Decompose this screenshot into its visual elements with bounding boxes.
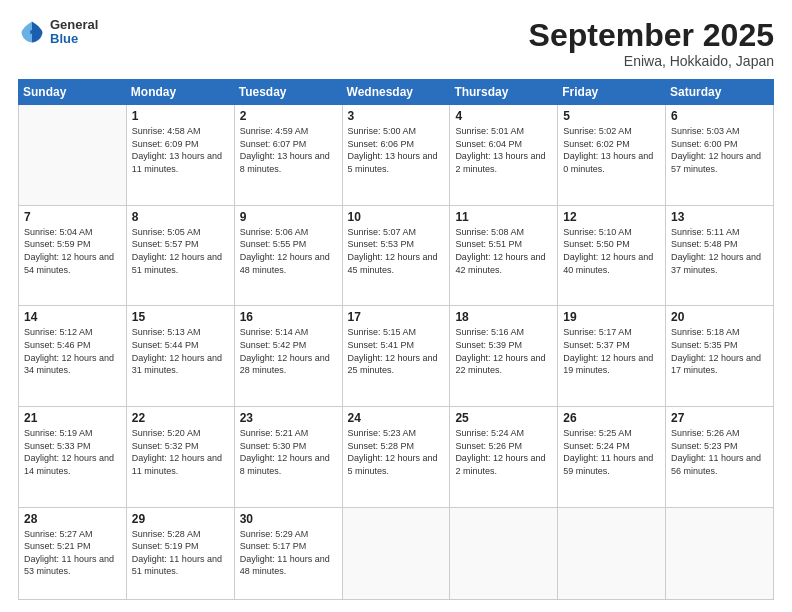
day-info: Sunrise: 5:23 AMSunset: 5:28 PMDaylight:… (348, 427, 445, 477)
day-number: 11 (455, 210, 552, 224)
day-number: 23 (240, 411, 337, 425)
weekday-header-tuesday: Tuesday (234, 80, 342, 105)
day-number: 15 (132, 310, 229, 324)
week-row-5: 28Sunrise: 5:27 AMSunset: 5:21 PMDayligh… (19, 507, 774, 600)
weekday-header-sunday: Sunday (19, 80, 127, 105)
calendar-cell: 2Sunrise: 4:59 AMSunset: 6:07 PMDaylight… (234, 105, 342, 206)
day-number: 29 (132, 512, 229, 526)
day-info: Sunrise: 5:04 AMSunset: 5:59 PMDaylight:… (24, 226, 121, 276)
logo-icon (18, 18, 46, 46)
calendar-cell (19, 105, 127, 206)
day-number: 5 (563, 109, 660, 123)
day-number: 24 (348, 411, 445, 425)
header: General Blue September 2025 Eniwa, Hokka… (18, 18, 774, 69)
calendar-cell: 15Sunrise: 5:13 AMSunset: 5:44 PMDayligh… (126, 306, 234, 407)
day-info: Sunrise: 5:08 AMSunset: 5:51 PMDaylight:… (455, 226, 552, 276)
day-number: 27 (671, 411, 768, 425)
page: General Blue September 2025 Eniwa, Hokka… (0, 0, 792, 612)
day-info: Sunrise: 5:19 AMSunset: 5:33 PMDaylight:… (24, 427, 121, 477)
day-number: 28 (24, 512, 121, 526)
day-info: Sunrise: 5:27 AMSunset: 5:21 PMDaylight:… (24, 528, 121, 578)
day-info: Sunrise: 5:00 AMSunset: 6:06 PMDaylight:… (348, 125, 445, 175)
day-info: Sunrise: 5:07 AMSunset: 5:53 PMDaylight:… (348, 226, 445, 276)
calendar-cell: 19Sunrise: 5:17 AMSunset: 5:37 PMDayligh… (558, 306, 666, 407)
day-number: 18 (455, 310, 552, 324)
calendar-cell: 4Sunrise: 5:01 AMSunset: 6:04 PMDaylight… (450, 105, 558, 206)
weekday-header-friday: Friday (558, 80, 666, 105)
day-info: Sunrise: 5:12 AMSunset: 5:46 PMDaylight:… (24, 326, 121, 376)
day-info: Sunrise: 5:20 AMSunset: 5:32 PMDaylight:… (132, 427, 229, 477)
weekday-header-monday: Monday (126, 80, 234, 105)
day-info: Sunrise: 5:28 AMSunset: 5:19 PMDaylight:… (132, 528, 229, 578)
calendar-cell: 18Sunrise: 5:16 AMSunset: 5:39 PMDayligh… (450, 306, 558, 407)
calendar-cell: 1Sunrise: 4:58 AMSunset: 6:09 PMDaylight… (126, 105, 234, 206)
day-number: 10 (348, 210, 445, 224)
day-number: 22 (132, 411, 229, 425)
day-info: Sunrise: 5:17 AMSunset: 5:37 PMDaylight:… (563, 326, 660, 376)
calendar-cell: 30Sunrise: 5:29 AMSunset: 5:17 PMDayligh… (234, 507, 342, 600)
day-info: Sunrise: 5:02 AMSunset: 6:02 PMDaylight:… (563, 125, 660, 175)
day-number: 25 (455, 411, 552, 425)
calendar-cell: 11Sunrise: 5:08 AMSunset: 5:51 PMDayligh… (450, 205, 558, 306)
day-number: 7 (24, 210, 121, 224)
month-title: September 2025 (529, 18, 774, 53)
calendar-cell: 21Sunrise: 5:19 AMSunset: 5:33 PMDayligh… (19, 406, 127, 507)
calendar-cell: 22Sunrise: 5:20 AMSunset: 5:32 PMDayligh… (126, 406, 234, 507)
day-info: Sunrise: 5:29 AMSunset: 5:17 PMDaylight:… (240, 528, 337, 578)
calendar-cell (342, 507, 450, 600)
weekday-header-wednesday: Wednesday (342, 80, 450, 105)
day-number: 16 (240, 310, 337, 324)
day-number: 17 (348, 310, 445, 324)
calendar-cell: 27Sunrise: 5:26 AMSunset: 5:23 PMDayligh… (666, 406, 774, 507)
calendar-cell (450, 507, 558, 600)
week-row-1: 1Sunrise: 4:58 AMSunset: 6:09 PMDaylight… (19, 105, 774, 206)
logo-blue-text: Blue (50, 32, 98, 46)
day-number: 3 (348, 109, 445, 123)
day-info: Sunrise: 5:16 AMSunset: 5:39 PMDaylight:… (455, 326, 552, 376)
weekday-header-row: SundayMondayTuesdayWednesdayThursdayFrid… (19, 80, 774, 105)
calendar-cell: 8Sunrise: 5:05 AMSunset: 5:57 PMDaylight… (126, 205, 234, 306)
calendar-cell: 24Sunrise: 5:23 AMSunset: 5:28 PMDayligh… (342, 406, 450, 507)
day-number: 6 (671, 109, 768, 123)
week-row-3: 14Sunrise: 5:12 AMSunset: 5:46 PMDayligh… (19, 306, 774, 407)
day-info: Sunrise: 5:01 AMSunset: 6:04 PMDaylight:… (455, 125, 552, 175)
calendar-cell: 26Sunrise: 5:25 AMSunset: 5:24 PMDayligh… (558, 406, 666, 507)
day-number: 21 (24, 411, 121, 425)
day-number: 1 (132, 109, 229, 123)
day-number: 2 (240, 109, 337, 123)
day-info: Sunrise: 5:24 AMSunset: 5:26 PMDaylight:… (455, 427, 552, 477)
calendar-cell: 14Sunrise: 5:12 AMSunset: 5:46 PMDayligh… (19, 306, 127, 407)
day-info: Sunrise: 5:18 AMSunset: 5:35 PMDaylight:… (671, 326, 768, 376)
day-number: 4 (455, 109, 552, 123)
day-info: Sunrise: 5:10 AMSunset: 5:50 PMDaylight:… (563, 226, 660, 276)
calendar-table: SundayMondayTuesdayWednesdayThursdayFrid… (18, 79, 774, 600)
logo: General Blue (18, 18, 98, 47)
day-number: 19 (563, 310, 660, 324)
calendar-cell: 13Sunrise: 5:11 AMSunset: 5:48 PMDayligh… (666, 205, 774, 306)
day-number: 26 (563, 411, 660, 425)
day-info: Sunrise: 5:03 AMSunset: 6:00 PMDaylight:… (671, 125, 768, 175)
weekday-header-saturday: Saturday (666, 80, 774, 105)
day-number: 30 (240, 512, 337, 526)
day-info: Sunrise: 5:15 AMSunset: 5:41 PMDaylight:… (348, 326, 445, 376)
week-row-2: 7Sunrise: 5:04 AMSunset: 5:59 PMDaylight… (19, 205, 774, 306)
calendar-cell: 29Sunrise: 5:28 AMSunset: 5:19 PMDayligh… (126, 507, 234, 600)
day-number: 20 (671, 310, 768, 324)
calendar-cell: 10Sunrise: 5:07 AMSunset: 5:53 PMDayligh… (342, 205, 450, 306)
calendar-cell: 23Sunrise: 5:21 AMSunset: 5:30 PMDayligh… (234, 406, 342, 507)
logo-text: General Blue (50, 18, 98, 47)
day-info: Sunrise: 4:59 AMSunset: 6:07 PMDaylight:… (240, 125, 337, 175)
calendar-cell: 3Sunrise: 5:00 AMSunset: 6:06 PMDaylight… (342, 105, 450, 206)
calendar-cell: 7Sunrise: 5:04 AMSunset: 5:59 PMDaylight… (19, 205, 127, 306)
calendar-cell: 5Sunrise: 5:02 AMSunset: 6:02 PMDaylight… (558, 105, 666, 206)
calendar-cell: 28Sunrise: 5:27 AMSunset: 5:21 PMDayligh… (19, 507, 127, 600)
title-block: September 2025 Eniwa, Hokkaido, Japan (529, 18, 774, 69)
calendar-cell: 12Sunrise: 5:10 AMSunset: 5:50 PMDayligh… (558, 205, 666, 306)
day-number: 12 (563, 210, 660, 224)
day-info: Sunrise: 5:26 AMSunset: 5:23 PMDaylight:… (671, 427, 768, 477)
logo-general-text: General (50, 18, 98, 32)
day-info: Sunrise: 4:58 AMSunset: 6:09 PMDaylight:… (132, 125, 229, 175)
calendar-cell: 17Sunrise: 5:15 AMSunset: 5:41 PMDayligh… (342, 306, 450, 407)
calendar-cell: 16Sunrise: 5:14 AMSunset: 5:42 PMDayligh… (234, 306, 342, 407)
calendar-cell (666, 507, 774, 600)
